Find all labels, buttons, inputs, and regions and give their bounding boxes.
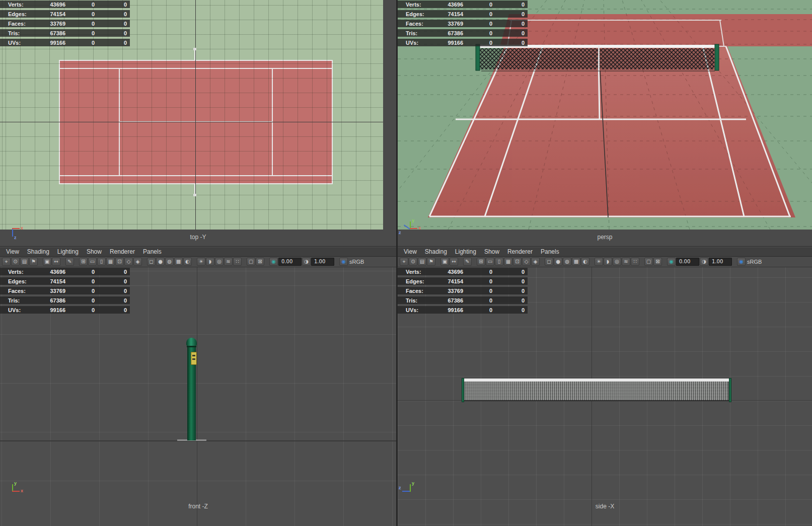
- hud-row: UVs: 99166 0 0: [0, 39, 130, 46]
- shadows-icon[interactable]: ◗: [604, 258, 612, 266]
- isolate-select-icon[interactable]: ▢: [644, 258, 653, 266]
- x-axis-label: x: [21, 489, 23, 493]
- motion-blur-icon[interactable]: ≋: [622, 258, 630, 266]
- film-gate-icon[interactable]: ▭: [486, 258, 494, 266]
- safe-title-icon[interactable]: ◈: [133, 258, 142, 266]
- viewport-label-side: side -X: [398, 503, 812, 510]
- poly-count-hud: Verts: 43696 0 0 Edges: 74154 0 0 Faces:…: [0, 268, 130, 316]
- menu-panels[interactable]: Panels: [139, 248, 166, 255]
- menu-view[interactable]: View: [2, 248, 23, 255]
- resolution-gate-icon[interactable]: ▯: [495, 258, 503, 266]
- use-default-material-icon[interactable]: ◐: [581, 258, 589, 266]
- 2d-pan-zoom-icon[interactable]: ↔: [52, 258, 60, 266]
- textured-icon[interactable]: ▩: [174, 258, 183, 266]
- gate-mask-icon[interactable]: ▦: [106, 258, 115, 266]
- color-management-icon[interactable]: ◉: [339, 258, 348, 266]
- lights-icon[interactable]: ☀: [197, 258, 205, 266]
- gamma-icon[interactable]: ◑: [302, 258, 311, 266]
- hud-row: Tris: 67386 0 0: [398, 296, 528, 304]
- hud-row: Faces: 33769 0 0: [0, 287, 130, 294]
- side-view-canvas[interactable]: Verts: 43696 0 0 Edges: 74154 0 0 Faces:…: [398, 267, 812, 526]
- x-axis-arrow: [12, 491, 20, 492]
- menu-show[interactable]: Show: [83, 248, 106, 255]
- wireframe-icon[interactable]: ◻: [545, 258, 553, 266]
- xray-icon[interactable]: ⊠: [653, 258, 662, 266]
- smooth-shade-icon[interactable]: ●: [554, 258, 562, 266]
- grease-pencil-icon[interactable]: ✎: [65, 258, 74, 266]
- safe-title-icon[interactable]: ◈: [531, 258, 540, 266]
- bookmark-icon[interactable]: ⚑: [427, 258, 435, 266]
- exposure-icon[interactable]: ◉: [269, 258, 278, 266]
- menu-show[interactable]: Show: [480, 248, 503, 255]
- poly-count-hud: Verts: 43696 0 0 Edges: 74154 0 0 Faces:…: [0, 1, 130, 48]
- x-axis-arrow: [410, 228, 417, 229]
- menu-lighting[interactable]: Lighting: [451, 248, 480, 255]
- srgb-label[interactable]: sRGB: [349, 259, 364, 265]
- safe-action-icon[interactable]: ◇: [124, 258, 133, 266]
- wireframe-on-shaded-icon[interactable]: ◍: [563, 258, 571, 266]
- menu-lighting[interactable]: Lighting: [53, 248, 83, 255]
- film-gate-icon[interactable]: ▭: [88, 258, 97, 266]
- grid-icon[interactable]: ⊞: [477, 258, 485, 266]
- resolution-gate-icon[interactable]: ▯: [97, 258, 106, 266]
- field-chart-icon[interactable]: ⊡: [513, 258, 522, 266]
- y-axis-label: y: [14, 481, 17, 486]
- gamma-field[interactable]: 1.00: [709, 258, 732, 266]
- viewport-panel-persp: Verts: 43696 0 0 Edges: 74154 0 0 Faces:…: [398, 0, 812, 246]
- grid-axis-horizontal: [0, 122, 383, 122]
- 2d-pan-zoom-icon[interactable]: ↔: [450, 258, 458, 266]
- exposure-icon[interactable]: ◉: [667, 258, 676, 266]
- camera-attributes-icon[interactable]: ▤: [20, 258, 29, 266]
- menu-view[interactable]: View: [400, 248, 421, 255]
- tennis-net-side-view: [463, 379, 730, 402]
- lights-icon[interactable]: ☀: [595, 258, 603, 266]
- gate-mask-icon[interactable]: ▦: [504, 258, 512, 266]
- wireframe-on-shaded-icon[interactable]: ◍: [165, 258, 174, 266]
- motion-blur-icon[interactable]: ≋: [224, 258, 233, 266]
- camera-attributes-icon[interactable]: ▤: [418, 258, 426, 266]
- lock-camera-icon[interactable]: ⊙: [11, 258, 20, 266]
- grease-pencil-icon[interactable]: ✎: [463, 258, 472, 266]
- select-camera-icon[interactable]: ⌖: [2, 258, 11, 266]
- viewport-label-persp: persp: [398, 234, 812, 241]
- field-chart-icon[interactable]: ⊡: [115, 258, 124, 266]
- image-plane-icon[interactable]: ▣: [43, 258, 51, 266]
- exposure-field[interactable]: 0.00: [278, 258, 302, 266]
- exposure-field[interactable]: 0.00: [676, 258, 699, 266]
- anti-alias-icon[interactable]: ∷: [233, 258, 242, 266]
- safe-action-icon[interactable]: ◇: [522, 258, 531, 266]
- y-axis-label: y: [412, 481, 414, 486]
- anti-alias-icon[interactable]: ∷: [631, 258, 639, 266]
- screen-space-ao-icon[interactable]: ◎: [613, 258, 621, 266]
- menu-shading[interactable]: Shading: [23, 248, 53, 255]
- xray-icon[interactable]: ⊠: [256, 258, 264, 266]
- hud-row: Verts: 43696 0 0: [0, 268, 130, 275]
- gamma-icon[interactable]: ◑: [700, 258, 708, 266]
- smooth-shade-icon[interactable]: ●: [156, 258, 165, 266]
- wireframe-icon[interactable]: ◻: [147, 258, 156, 266]
- menu-renderer[interactable]: Renderer: [503, 248, 537, 255]
- panel-menu: ViewShadingLightingShowRendererPanels: [400, 248, 563, 255]
- textured-icon[interactable]: ▩: [572, 258, 580, 266]
- hud-row: UVs: 99166 0 0: [398, 306, 528, 314]
- select-camera-icon[interactable]: ⌖: [400, 258, 408, 266]
- color-management-icon[interactable]: ◉: [737, 258, 746, 266]
- grid-axis-vertical: [197, 267, 197, 526]
- image-plane-icon[interactable]: ▣: [440, 258, 449, 266]
- shadows-icon[interactable]: ◗: [206, 258, 214, 266]
- srgb-label[interactable]: sRGB: [747, 259, 762, 265]
- hud-row: Verts: 43696 0 0: [0, 1, 130, 8]
- bookmark-icon[interactable]: ⚑: [29, 258, 38, 266]
- lock-camera-icon[interactable]: ⊙: [409, 258, 417, 266]
- menu-panels[interactable]: Panels: [537, 248, 563, 255]
- screen-space-ao-icon[interactable]: ◎: [215, 258, 224, 266]
- front-view-canvas[interactable]: Verts: 43696 0 0 Edges: 74154 0 0 Faces:…: [0, 267, 396, 526]
- menu-shading[interactable]: Shading: [421, 248, 451, 255]
- use-default-material-icon[interactable]: ◐: [183, 258, 192, 266]
- menu-renderer[interactable]: Renderer: [106, 248, 139, 255]
- hud-row: Edges: 74154 0 0: [398, 277, 528, 285]
- gamma-field[interactable]: 1.00: [311, 258, 334, 266]
- isolate-select-icon[interactable]: ▢: [247, 258, 255, 266]
- grid-icon[interactable]: ⊞: [79, 258, 88, 266]
- poly-count-hud: Verts: 43696 0 0 Edges: 74154 0 0 Faces:…: [398, 268, 528, 316]
